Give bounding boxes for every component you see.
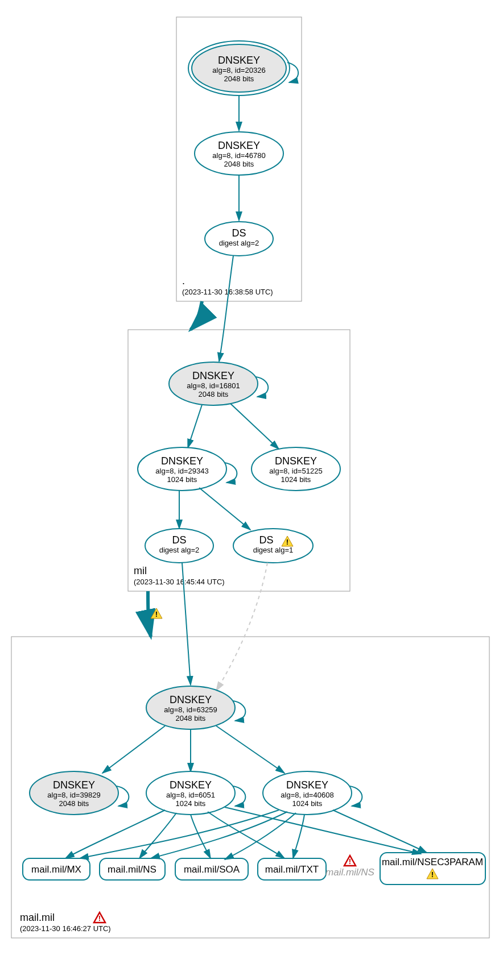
mail-zone-label: mail.mil — [20, 912, 55, 923]
svg-text:!: ! — [349, 857, 351, 866]
mil-ds2-node[interactable]: DS digest alg=1 ! — [233, 529, 313, 563]
mail-k3-node[interactable]: DNSKEY alg=8, id=6051 1024 bits — [146, 771, 235, 815]
mil-ds1-node[interactable]: DS digest alg=2 — [145, 529, 213, 563]
svg-text:1024 bits: 1024 bits — [167, 475, 197, 484]
svg-text:alg=8, id=6051: alg=8, id=6051 — [166, 791, 215, 799]
svg-text:DNSKEY: DNSKEY — [286, 779, 328, 791]
svg-text:DS: DS — [172, 534, 186, 546]
svg-text:mail.mil/NSEC3PARAM: mail.mil/NSEC3PARAM — [382, 857, 483, 867]
error-icon: ! — [94, 912, 105, 923]
mail-zone-time: (2023-11-30 16:46:27 UTC) — [20, 924, 111, 933]
svg-text:!: ! — [155, 610, 158, 618]
rr-mx[interactable]: mail.mil/MX — [23, 858, 90, 880]
svg-text:DS: DS — [259, 534, 273, 546]
svg-text:DNSKEY: DNSKEY — [161, 455, 203, 467]
svg-text:1024 bits: 1024 bits — [176, 799, 206, 808]
mil-zone-label: mil — [134, 565, 147, 576]
svg-text:DNSKEY: DNSKEY — [275, 455, 317, 467]
svg-text:DNSKEY: DNSKEY — [218, 140, 260, 151]
svg-text:alg=8, id=39829: alg=8, id=39829 — [47, 791, 100, 799]
rr-txt[interactable]: mail.mil/TXT — [258, 858, 326, 880]
svg-text:DNSKEY: DNSKEY — [192, 370, 234, 381]
rr-ns-error[interactable]: ! mail.mil/NS — [325, 856, 375, 878]
svg-text:alg=8, id=46780: alg=8, id=46780 — [212, 151, 265, 160]
svg-text:2048 bits: 2048 bits — [59, 799, 89, 808]
svg-text:mail.mil/NS: mail.mil/NS — [325, 867, 375, 878]
mail-ksk-node[interactable]: DNSKEY alg=8, id=63259 2048 bits — [146, 686, 235, 729]
svg-text:!: ! — [431, 870, 434, 879]
root-ds-node[interactable]: DS digest alg=2 — [205, 222, 273, 256]
svg-text:2048 bits: 2048 bits — [224, 160, 254, 168]
svg-text:!: ! — [286, 538, 288, 546]
svg-text:mail.mil/SOA: mail.mil/SOA — [184, 864, 240, 875]
svg-text:DNSKEY: DNSKEY — [218, 55, 260, 66]
svg-text:DS: DS — [232, 227, 246, 239]
mil-ksk-node[interactable]: DNSKEY alg=8, id=16801 2048 bits — [169, 362, 258, 405]
root-zone-label: . — [182, 275, 185, 286]
error-icon: ! — [344, 856, 356, 866]
svg-text:alg=8, id=63259: alg=8, id=63259 — [164, 705, 217, 714]
svg-text:2048 bits: 2048 bits — [199, 390, 229, 398]
svg-text:digest alg=2: digest alg=2 — [159, 546, 199, 554]
svg-text:1024 bits: 1024 bits — [281, 475, 311, 484]
mail-k4-node[interactable]: DNSKEY alg=8, id=40608 1024 bits — [263, 771, 352, 815]
rr-soa[interactable]: mail.mil/SOA — [175, 858, 248, 880]
svg-text:mail.mil/TXT: mail.mil/TXT — [265, 864, 319, 875]
svg-text:DNSKEY: DNSKEY — [170, 779, 212, 791]
svg-text:1024 bits: 1024 bits — [292, 799, 323, 808]
svg-text:mail.mil/MX: mail.mil/MX — [31, 864, 81, 875]
rr-nsec3param[interactable]: mail.mil/NSEC3PARAM ! — [380, 853, 485, 885]
svg-text:2048 bits: 2048 bits — [224, 74, 254, 83]
warn-icon: ! — [151, 608, 162, 618]
mil-zone-time: (2023-11-30 16:45:44 UTC) — [134, 578, 225, 586]
svg-text:digest alg=1: digest alg=1 — [253, 546, 293, 554]
svg-text:digest alg=2: digest alg=2 — [219, 239, 259, 247]
svg-text:alg=8, id=40608: alg=8, id=40608 — [281, 791, 333, 799]
svg-text:alg=8, id=16801: alg=8, id=16801 — [187, 381, 240, 390]
svg-text:alg=8, id=51225: alg=8, id=51225 — [269, 467, 322, 475]
svg-text:DNSKEY: DNSKEY — [170, 694, 212, 705]
rr-ns[interactable]: mail.mil/NS — [100, 858, 165, 880]
svg-text:DNSKEY: DNSKEY — [53, 779, 95, 791]
svg-text:alg=8, id=29343: alg=8, id=29343 — [155, 467, 208, 475]
mil-zsk2-node[interactable]: DNSKEY alg=8, id=51225 1024 bits — [252, 447, 340, 491]
root-zsk-node[interactable]: DNSKEY alg=8, id=46780 2048 bits — [195, 132, 283, 175]
mil-zsk1-node[interactable]: DNSKEY alg=8, id=29343 1024 bits — [138, 447, 226, 491]
root-zone-time: (2023-11-30 16:38:58 UTC) — [182, 288, 273, 296]
svg-text:alg=8, id=20326: alg=8, id=20326 — [212, 66, 265, 74]
svg-text:!: ! — [98, 914, 101, 923]
svg-text:2048 bits: 2048 bits — [176, 714, 206, 722]
root-ksk-node[interactable]: DNSKEY alg=8, id=20326 2048 bits — [188, 41, 290, 95]
svg-text:mail.mil/NS: mail.mil/NS — [108, 864, 156, 875]
mail-k2-node[interactable]: DNSKEY alg=8, id=39829 2048 bits — [30, 771, 118, 815]
dnssec-graph: DNSKEY alg=8, id=20326 2048 bits DNSKEY … — [0, 0, 503, 980]
